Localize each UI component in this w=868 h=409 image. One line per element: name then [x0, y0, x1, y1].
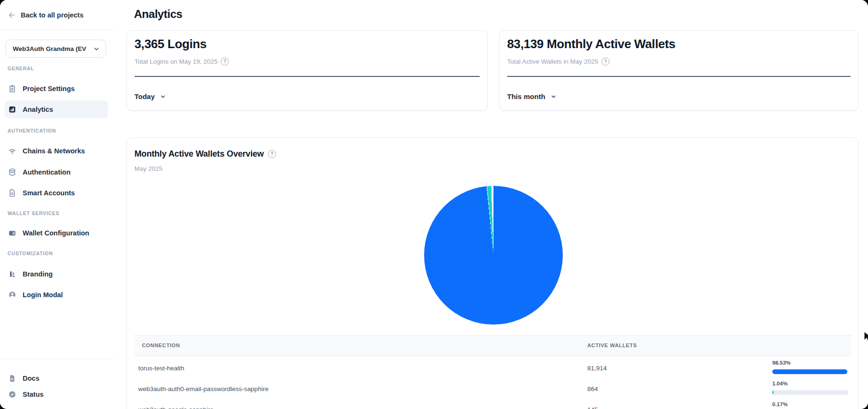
sidebar-item-label: Analytics [23, 106, 53, 113]
project-selector-value: Web3Auth Grandma (EV [13, 45, 93, 52]
period-label: Today [134, 92, 155, 100]
sidebar-item-label: Branding [23, 270, 53, 278]
chevron-down-icon [93, 45, 100, 52]
table-header-row: CONNECTION ACTIVE WALLETS [134, 335, 851, 356]
active-wallets-count: 864 [587, 379, 598, 400]
database-icon [8, 168, 17, 176]
main-content: Analytics 3,365 Logins Total Logins on M… [115, 0, 868, 409]
bar-chart-icon [8, 105, 17, 114]
sidebar-item-smart-accounts[interactable]: Smart Accounts [5, 184, 108, 202]
active-wallets-stat-card: 83,139 Monthly Active Wallets Total Acti… [499, 30, 859, 111]
chevron-down-icon [551, 93, 557, 100]
percent-label: 98.53% [772, 360, 791, 366]
monthly-active-wallets-overview-card: Monthly Active Wallets Overview ? May 20… [126, 137, 859, 409]
page-title: Analytics [134, 8, 182, 21]
section-label-authentication: AUTHENTICATION [8, 128, 56, 134]
back-to-projects-link[interactable]: Back to all projects [8, 8, 83, 22]
sidebar-item-docs[interactable]: Docs [5, 371, 108, 386]
logins-stat-card: 3,365 Logins Total Logins on May 19, 202… [126, 30, 488, 111]
brush-icon [8, 270, 17, 278]
sidebar-item-label: Status [23, 391, 43, 398]
percent-bar [772, 369, 848, 374]
active-wallets-value: 83,139 Monthly Active Wallets [507, 37, 676, 51]
file-icon [8, 189, 17, 197]
card-divider [134, 76, 480, 77]
question-circle-icon[interactable]: ? [268, 150, 276, 158]
check-circle-icon [8, 390, 17, 399]
table-row: web3auth-auth0-email-passwordless-sapphi… [134, 379, 851, 400]
pie-chart [424, 186, 563, 325]
active-wallets-count: 81,914 [587, 358, 607, 379]
app-window: Back to all projects Web3Auth Grandma (E… [0, 0, 868, 409]
overview-title: Monthly Active Wallets Overview [134, 149, 264, 159]
sidebar-item-status[interactable]: Status [5, 387, 108, 402]
connection-name: torus-test-health [138, 358, 184, 379]
sidebar-item-label: Smart Accounts [23, 189, 75, 197]
active-wallets-subtitle: Total Active Wallets in May 2025 [507, 58, 598, 65]
user-circle-icon [8, 291, 17, 299]
column-header-active-wallets: ACTIVE WALLETS [587, 335, 637, 356]
table-row: torus-test-health81,91498.53% [134, 358, 851, 379]
card-divider [507, 76, 851, 77]
sidebar-item-chains-networks[interactable]: Chains & Networks [5, 142, 108, 160]
section-label-general: GENERAL [8, 66, 34, 71]
sidebar-divider [0, 29, 115, 30]
sidebar-item-label: Chains & Networks [23, 147, 85, 155]
logins-subtitle: Total Logins on May 19, 2025 [134, 58, 217, 65]
connection-name: web3auth-auth0-email-passwordless-sapphi… [138, 379, 268, 400]
sidebar-item-login-modal[interactable]: Login Modal [5, 286, 108, 304]
percent-bar [772, 390, 848, 395]
sidebar-item-label: Login Modal [23, 291, 63, 299]
section-label-customization: CUSTOMIZATION [8, 250, 53, 256]
column-header-connection: CONNECTION [142, 335, 180, 356]
logins-value: 3,365 Logins [134, 37, 207, 51]
question-circle-icon[interactable]: ? [601, 58, 609, 66]
sidebar-item-authentication[interactable]: Authentication [5, 163, 108, 181]
project-selector[interactable]: Web3Auth Grandma (EV [6, 40, 106, 58]
sidebar-item-label: Wallet Configuration [23, 229, 89, 237]
logins-period-dropdown[interactable]: Today [134, 92, 166, 100]
sidebar-divider [0, 359, 115, 359]
sidebar-item-label: Docs [23, 375, 39, 382]
sidebar-item-wallet-configuration[interactable]: Wallet Configuration [5, 224, 108, 242]
arrow-left-icon [8, 11, 16, 19]
percent-cell: 0.17% [772, 400, 848, 409]
percent-bar-fill [772, 390, 774, 395]
sidebar-item-project-settings[interactable]: Project Settings [5, 80, 108, 98]
overview-subtitle: May 2025 [134, 165, 162, 172]
connections-table-body: torus-test-health81,91498.53%web3auth-au… [134, 356, 851, 409]
sidebar-item-analytics[interactable]: Analytics [5, 100, 108, 118]
percent-cell: 1.04% [772, 379, 848, 400]
period-label: This month [507, 92, 545, 100]
percent-bar-fill [772, 369, 847, 374]
sidebar: Back to all projects Web3Auth Grandma (E… [0, 0, 115, 409]
connection-name: web3auth-google-sapphire [138, 400, 214, 409]
clipboard-icon [8, 84, 17, 93]
table-row: web3auth-google-sapphire1450.17% [134, 400, 851, 409]
back-link-label: Back to all projects [21, 11, 83, 19]
percent-label: 0.17% [772, 401, 788, 407]
section-label-wallet-services: WALLET SERVICES [8, 210, 59, 216]
question-circle-icon[interactable]: ? [221, 58, 229, 66]
percent-cell: 98.53% [772, 358, 848, 379]
sidebar-item-label: Project Settings [23, 85, 75, 92]
chevron-down-icon [160, 93, 166, 100]
wallet-icon [8, 229, 17, 237]
sidebar-item-branding[interactable]: Branding [5, 265, 108, 283]
doc-icon [8, 374, 17, 383]
wifi-icon [8, 147, 17, 155]
sidebar-item-label: Authentication [23, 168, 71, 176]
wallets-period-dropdown[interactable]: This month [507, 92, 557, 100]
mouse-cursor [863, 331, 868, 343]
connections-table: CONNECTION ACTIVE WALLETS torus-test-hea… [134, 335, 851, 409]
active-wallets-count: 145 [587, 400, 598, 409]
percent-label: 1.04% [772, 381, 788, 386]
